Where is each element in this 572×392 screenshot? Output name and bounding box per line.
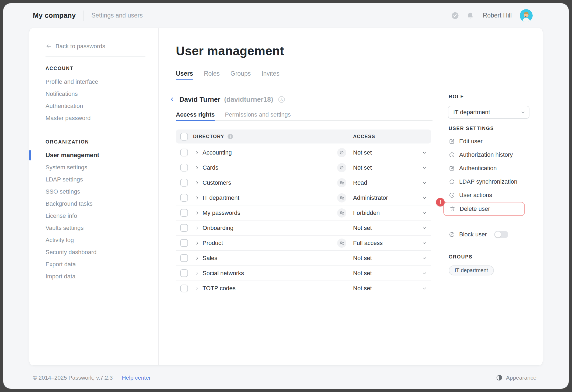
trash-icon	[449, 206, 456, 212]
user-avatar[interactable]	[520, 9, 533, 22]
row-checkbox[interactable]	[180, 285, 188, 292]
back-chevron-icon[interactable]	[169, 96, 176, 103]
directory-name[interactable]: Product	[203, 240, 223, 247]
table-row: AccountingNot set	[176, 145, 431, 160]
access-table: DIRECTORY ACCESS AccountingNot setCardsN…	[176, 130, 431, 296]
sidebar-item-sso-settings[interactable]: SSO settings	[29, 186, 158, 198]
subtab-permissions-and-settings[interactable]: Permissions and settings	[225, 109, 291, 120]
sidebar-item-master-password[interactable]: Master password	[29, 112, 158, 124]
company-name[interactable]: My company	[33, 11, 76, 20]
expand-chevron-icon[interactable]	[194, 240, 200, 246]
access-value: Forbidden	[353, 209, 380, 216]
directory-name[interactable]: Sales	[203, 255, 217, 262]
table-row: My passwordsForbidden	[176, 205, 431, 220]
tab-roles[interactable]: Roles	[204, 68, 220, 80]
group-chip[interactable]: IT department	[449, 265, 494, 275]
footer: © 2014–2025 Passwork, v.7.2.3 Help cente…	[33, 372, 536, 383]
current-user-name[interactable]: Robert Hill	[483, 12, 512, 19]
expand-chevron-icon[interactable]	[194, 180, 200, 186]
delete-user-button[interactable]: !Delete user	[443, 202, 525, 216]
access-dropdown-chevron-icon[interactable]	[421, 210, 427, 216]
access-dropdown-chevron-icon[interactable]	[421, 270, 427, 276]
user-actions-button[interactable]: User actions	[449, 188, 529, 202]
appearance-toggle[interactable]: Appearance	[496, 374, 536, 381]
sidebar-item-user-management[interactable]: User management	[29, 149, 158, 161]
directory-name[interactable]: Social networks	[203, 270, 244, 277]
expand-chevron-icon[interactable]	[194, 210, 200, 216]
bell-icon[interactable]	[466, 12, 474, 20]
directory-name[interactable]: Onboarding	[203, 225, 233, 232]
row-checkbox[interactable]	[180, 224, 188, 232]
access-dropdown-chevron-icon[interactable]	[421, 255, 427, 261]
tab-invites[interactable]: Invites	[261, 68, 279, 80]
directory-name[interactable]: Customers	[203, 179, 231, 186]
directory-name[interactable]: My passwords	[203, 209, 240, 216]
sidebar-item-security-dashboard[interactable]: Security dashboard	[29, 246, 158, 258]
access-dropdown-chevron-icon[interactable]	[421, 225, 427, 231]
directory-name[interactable]: Cards	[203, 164, 218, 171]
sidebar-item-system-settings[interactable]: System settings	[29, 161, 158, 173]
sidebar-item-profile-and-interface[interactable]: Profile and interface	[29, 76, 158, 88]
access-dropdown-chevron-icon[interactable]	[421, 195, 427, 201]
groups-list: IT department	[449, 265, 494, 275]
row-checkbox[interactable]	[180, 179, 188, 187]
expand-chevron-icon[interactable]	[194, 271, 200, 276]
directory-name[interactable]: Accounting	[203, 149, 232, 156]
sync-icon	[449, 178, 455, 185]
access-dropdown-chevron-icon[interactable]	[421, 165, 427, 171]
directory-name[interactable]: IT department	[203, 194, 239, 201]
sidebar-item-authentication[interactable]: Authentication	[29, 100, 158, 112]
sidebar-item-background-tasks[interactable]: Background tasks	[29, 198, 158, 210]
role-select[interactable]: IT department	[448, 106, 529, 119]
access-dropdown-chevron-icon[interactable]	[421, 180, 427, 186]
clock-icon	[449, 192, 455, 198]
ldap-synchronization-button[interactable]: LDAP synchronization	[449, 175, 529, 188]
sidebar-item-ldap-settings[interactable]: LDAP settings	[29, 173, 158, 186]
expand-chevron-icon[interactable]	[194, 165, 200, 170]
edit-user-button[interactable]: Edit user	[449, 135, 529, 148]
authentication-button[interactable]: Authentication	[449, 162, 529, 175]
expand-chevron-icon[interactable]	[194, 225, 200, 231]
sidebar-item-export-data[interactable]: Export data	[29, 258, 158, 270]
sidebar-item-activity-log[interactable]: Activity log	[29, 234, 158, 246]
block-user-toggle[interactable]	[494, 231, 508, 238]
row-checkbox[interactable]	[180, 239, 188, 247]
access-value: Read	[353, 179, 367, 186]
sidebar-item-import-data[interactable]: Import data	[29, 270, 158, 282]
access-dropdown-chevron-icon[interactable]	[421, 240, 427, 246]
access-dropdown-chevron-icon[interactable]	[421, 285, 427, 291]
back-to-passwords-link[interactable]: Back to passwords	[46, 43, 105, 50]
authorization-history-button[interactable]: Authorization history	[449, 148, 529, 162]
sidebar-item-license-info[interactable]: License info	[29, 210, 158, 222]
row-checkbox[interactable]	[180, 209, 188, 217]
help-center-link[interactable]: Help center	[122, 374, 151, 381]
action-label: Edit user	[459, 138, 483, 145]
user-actions-list: Edit userAuthorization historyAuthentica…	[449, 135, 529, 216]
tab-groups[interactable]: Groups	[231, 68, 251, 80]
toggle-knob	[495, 232, 501, 237]
row-checkbox[interactable]	[180, 164, 188, 172]
expand-chevron-icon[interactable]	[194, 150, 200, 155]
tab-users[interactable]: Users	[176, 68, 193, 80]
access-dropdown-chevron-icon[interactable]	[421, 150, 427, 156]
organization-nav: User managementSystem settingsLDAP setti…	[29, 149, 158, 282]
not-set-icon	[337, 163, 346, 172]
row-checkbox[interactable]	[180, 269, 188, 277]
sidebar-item-vaults-settings[interactable]: Vaults settings	[29, 222, 158, 234]
column-directory: DIRECTORY	[193, 134, 224, 139]
check-circle-icon[interactable]	[451, 12, 459, 20]
info-icon[interactable]	[227, 133, 233, 140]
row-checkbox[interactable]	[180, 194, 188, 202]
row-checkbox[interactable]	[180, 149, 188, 156]
sidebar-item-notifications[interactable]: Notifications	[29, 88, 158, 100]
select-all-checkbox[interactable]	[180, 133, 188, 141]
directory-name[interactable]: TOTP codes	[203, 285, 236, 292]
table-row: Social networksNot set	[176, 266, 431, 281]
topbar-section-title: Settings and users	[92, 12, 143, 19]
subtab-access-rights[interactable]: Access rights	[176, 109, 215, 120]
expand-chevron-icon[interactable]	[194, 256, 200, 261]
appearance-label: Appearance	[506, 374, 536, 381]
expand-chevron-icon[interactable]	[194, 195, 200, 201]
expand-chevron-icon[interactable]	[194, 286, 200, 291]
row-checkbox[interactable]	[180, 254, 188, 262]
